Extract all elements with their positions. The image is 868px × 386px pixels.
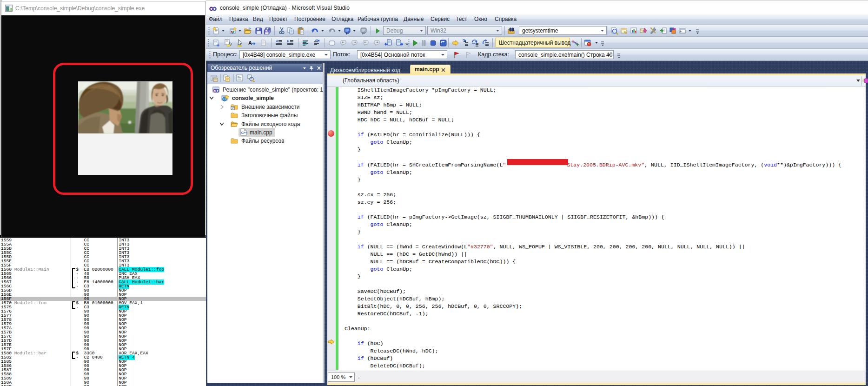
svg-text:A: A	[248, 40, 252, 46]
